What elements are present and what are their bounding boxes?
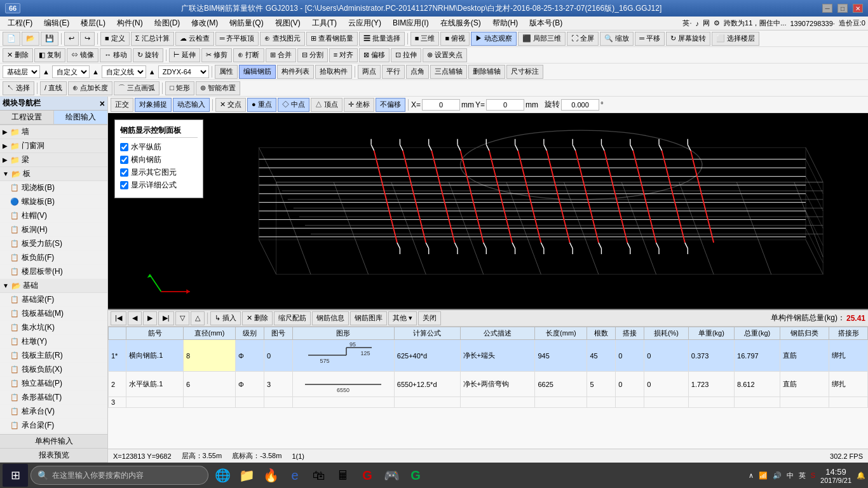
single-part-input-button[interactable]: 单构件输入 <box>0 435 107 449</box>
sidebar-item-isolated-foundation[interactable]: 📋独立基础(P) <box>0 377 107 391</box>
properties-button[interactable]: 属性 <box>215 65 238 79</box>
nav-down-button[interactable]: ▽ <box>175 311 189 325</box>
rotate-button[interactable]: ↻ 旋转 <box>133 48 163 62</box>
move-button[interactable]: ↔ 移动 <box>100 48 132 62</box>
sum-button[interactable]: Σ 汇总计算 <box>131 32 174 46</box>
toolbar-net[interactable]: 网 <box>703 18 710 28</box>
extend-button[interactable]: ⊢ 延伸 <box>169 48 200 62</box>
redo-button[interactable]: ↪ <box>80 32 95 46</box>
x-input[interactable] <box>422 99 460 111</box>
minimize-button[interactable]: ─ <box>822 4 832 13</box>
sidebar-item-floor-band[interactable]: 📋楼层板带(H) <box>0 265 107 279</box>
menu-online[interactable]: 在线服务(S) <box>435 17 486 30</box>
sidebar-item-column-cap[interactable]: 📋柱帽(V) <box>0 209 107 223</box>
show-other-checkbox[interactable]: 显示其它图元 <box>120 167 198 178</box>
pull-button[interactable]: ⊡ 拉伸 <box>391 48 421 62</box>
dynamic-view-button[interactable]: ▶ 动态观察 <box>471 32 517 46</box>
new-button[interactable]: 📄 <box>3 32 20 46</box>
no-offset-button[interactable]: 不偏移 <box>376 98 405 112</box>
tray-input-method[interactable]: 英 <box>799 471 806 480</box>
midpoint-button[interactable]: ◇ 中点 <box>278 98 309 112</box>
snap-button[interactable]: 对象捕捉 <box>135 98 172 112</box>
three-point-axis-button[interactable]: 三点辅轴 <box>430 65 467 79</box>
tray-arrow[interactable]: ∧ <box>749 471 754 480</box>
pick-part-button[interactable]: 拾取构件 <box>315 65 352 79</box>
angle-button[interactable]: 点角 <box>406 65 429 79</box>
define-button[interactable]: ■ 定义 <box>100 32 130 46</box>
y-input[interactable] <box>486 99 524 111</box>
delete-row-button[interactable]: ✕ 删除 <box>242 311 273 325</box>
rebar-table-container[interactable]: 筋号 直径(mm) 级别 图号 图形 计算公式 公式描述 长度(mm) 根数 搭… <box>108 327 868 449</box>
intersection-button[interactable]: ✕ 交点 <box>215 98 246 112</box>
taskbar-search[interactable]: 🔍 在这里输入你要搜索的内容 <box>31 466 208 485</box>
divide-button[interactable]: ⊟ 分割 <box>297 48 328 62</box>
menu-rebar-qty[interactable]: 钢筋量(Q) <box>224 17 268 30</box>
select-layer-button[interactable]: ⬜ 选择楼层 <box>712 32 759 46</box>
view-rebar-button[interactable]: ⊞ 查看钢筋量 <box>306 32 358 46</box>
sidebar-item-raft-neg-rebar[interactable]: 📋筏板负筋(X) <box>0 363 107 377</box>
taskbar-app-browser[interactable]: 🔥 <box>259 464 282 487</box>
canvas-viewport[interactable]: 钢筋显示控制面板 水平纵筋 横向钢筋 显示其它图元 显示详细公式 <box>108 113 868 309</box>
sidebar-item-door[interactable]: ▶ 📁 门窗洞 <box>0 139 107 153</box>
nav-up-button[interactable]: △ <box>191 311 205 325</box>
offset-button[interactable]: ⊠ 偏移 <box>359 48 390 62</box>
3d-button[interactable]: ■ 三维 <box>410 32 440 46</box>
break-button[interactable]: ⊕ 打断 <box>233 48 264 62</box>
rectangle-button[interactable]: □ 矩形 <box>165 81 194 95</box>
smart-layout-button[interactable]: ⊛ 智能布置 <box>196 81 240 95</box>
menu-help[interactable]: 帮助(H) <box>487 17 524 30</box>
sidebar-item-raft[interactable]: 📋筏板基础(M) <box>0 307 107 321</box>
parallel-button[interactable]: 平行 <box>382 65 405 79</box>
taskbar-app-file[interactable]: 📁 <box>235 464 258 487</box>
custom-line-select[interactable]: 自定义线 <box>102 65 146 78</box>
toolbar-settings[interactable]: ⚙ <box>714 19 720 27</box>
align-button[interactable]: ≡ 对齐 <box>329 48 358 62</box>
local-3d-button[interactable]: ⬛ 局部三维 <box>518 32 566 46</box>
sidebar-item-col-pedestal[interactable]: 📋柱墩(Y) <box>0 335 107 349</box>
sidebar-item-slab-hole[interactable]: 📋板洞(H) <box>0 223 107 237</box>
sidebar-item-slab-neg-rebar[interactable]: 📋板负筋(F) <box>0 251 107 265</box>
show-formula-checkbox[interactable]: 显示详细公式 <box>120 180 198 191</box>
three-arc-button[interactable]: ⌒ 三点画弧 <box>114 81 159 95</box>
two-points-button[interactable]: 两点 <box>358 65 381 79</box>
add-length-button[interactable]: ⊕ 点加长度 <box>68 81 112 95</box>
rebar-info-button[interactable]: 钢筋信息 <box>312 311 349 325</box>
maximize-button[interactable]: □ <box>837 4 848 13</box>
table-row[interactable]: 3 <box>109 397 868 408</box>
taskbar-app-edge[interactable]: 🌐 <box>211 464 234 487</box>
screen-rotate-button[interactable]: ↻ 屏幕旋转 <box>666 32 710 46</box>
transverse-rebar-checkbox[interactable]: 横向钢筋 <box>120 154 198 165</box>
batch-select-button[interactable]: ☰ 批量选择 <box>359 32 405 46</box>
menu-bim[interactable]: BIM应用(I) <box>388 17 434 30</box>
sidebar-item-cap-beam[interactable]: 📋承台梁(F) <box>0 419 107 433</box>
menu-file[interactable]: 工程(F) <box>3 17 37 30</box>
pan-button[interactable]: ═ 平移 <box>635 32 665 46</box>
menu-tools[interactable]: 工具(T) <box>307 17 342 30</box>
scale-match-button[interactable]: 缩尺配筋 <box>274 311 311 325</box>
find-element-button[interactable]: ⊕ 查找图元 <box>260 32 304 46</box>
sidebar-item-beam[interactable]: ▶ 📁 梁 <box>0 153 107 167</box>
menu-draw[interactable]: 绘图(D) <box>149 17 186 30</box>
dynamic-input-button[interactable]: 动态输入 <box>173 98 210 112</box>
taskbar-app-ie[interactable]: e <box>283 464 306 487</box>
insert-row-button[interactable]: ↳ 插入 <box>210 311 241 325</box>
custom-select[interactable]: 自定义 <box>52 65 90 78</box>
sidebar-item-cast-slab[interactable]: 📋现浇板(B) <box>0 181 107 195</box>
tray-lang[interactable]: 中 <box>787 471 794 480</box>
copy-button[interactable]: ◧ 复制 <box>34 48 65 62</box>
endpoint-button[interactable]: ● 重点 <box>247 98 276 112</box>
menu-cloud[interactable]: 云应用(Y) <box>343 17 386 30</box>
sidebar-item-slab-stress-rebar[interactable]: 📋板受力筋(S) <box>0 237 107 251</box>
top-view-button[interactable]: ■ 俯视 <box>440 32 470 46</box>
merge-button[interactable]: ⊞ 合并 <box>266 48 296 62</box>
vertex-button[interactable]: △ 顶点 <box>311 98 342 112</box>
table-row[interactable]: 1* 横向钢筋.1 8 Φ 0 <box>109 340 868 372</box>
horizontal-rebar-checkbox[interactable]: 水平纵筋 <box>120 142 198 152</box>
toolbar-mic[interactable]: ♪ <box>696 20 700 27</box>
sidebar-item-strip-foundation[interactable]: 📋条形基础(T) <box>0 391 107 405</box>
ortho-button[interactable]: 正交 <box>111 98 133 112</box>
coord-button[interactable]: ✛ 坐标 <box>344 98 374 112</box>
engineering-setup-button[interactable]: 工程设置 <box>0 111 54 125</box>
rotate-input[interactable] <box>561 99 599 111</box>
notification-button[interactable]: 🔔 <box>857 471 865 480</box>
